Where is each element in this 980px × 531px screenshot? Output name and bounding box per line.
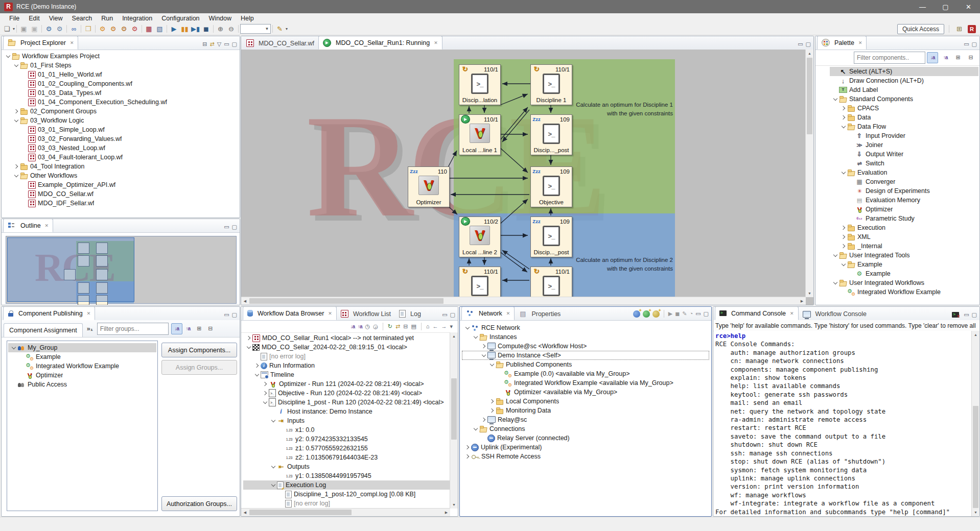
expand-arrow-icon[interactable] — [13, 165, 20, 168]
tree-item[interactable]: Data — [830, 113, 978, 122]
menu-help[interactable]: Help — [236, 13, 259, 23]
tree-item[interactable]: Design of Experiments — [830, 186, 978, 196]
run-workflow-icon[interactable] — [169, 24, 179, 34]
assign-components-button[interactable]: Assign Components... — [161, 343, 237, 357]
timeout-settings-icon[interactable] — [690, 311, 693, 317]
expand-arrow-icon[interactable] — [253, 374, 261, 376]
tree-item[interactable]: Data Flow — [830, 122, 978, 131]
workflow-node[interactable]: 109Objective — [530, 166, 572, 207]
scroll-right-icon[interactable] — [798, 297, 806, 305]
integration-preferences-icon[interactable] — [54, 24, 65, 34]
add-ssh-connection-icon[interactable] — [652, 310, 660, 318]
expand-arrow-icon[interactable] — [262, 402, 269, 403]
workflow-node[interactable]: 110Optimizer — [408, 166, 450, 207]
scroll-down-icon[interactable] — [806, 289, 813, 297]
menu-view[interactable]: View — [44, 13, 67, 23]
tree-item[interactable]: Relay@sc — [462, 415, 709, 424]
menu-run[interactable]: Run — [97, 13, 118, 23]
maximize-view-icon[interactable] — [972, 41, 977, 47]
sort-descending-button[interactable] — [182, 323, 194, 334]
expand-arrow-icon[interactable] — [5, 56, 12, 57]
sort-name-asc-icon[interactable] — [350, 324, 355, 329]
sort-ascending-button[interactable] — [171, 323, 182, 334]
tree-item[interactable]: 01_First Steps — [3, 61, 239, 70]
refresh-icon[interactable] — [388, 324, 392, 329]
tree-item[interactable]: Switch — [830, 159, 978, 168]
maximize-window-button[interactable] — [934, 0, 957, 13]
maximize-view-icon[interactable] — [806, 41, 811, 47]
tab-network[interactable]: Network — [461, 306, 515, 320]
annotate-dropdown-icon[interactable] — [286, 27, 288, 31]
menu-search[interactable]: Search — [67, 13, 97, 23]
canvas-horizontal-scrollbar[interactable] — [241, 297, 806, 305]
tab-workflow-list[interactable]: Workflow List — [337, 307, 395, 320]
expand-arrow-icon[interactable] — [270, 485, 277, 486]
zoom-in-icon[interactable] — [215, 24, 226, 34]
tree-item[interactable]: Instances — [462, 332, 709, 342]
tree-item[interactable]: Optimizer <available via My_Group> — [462, 388, 709, 397]
menu-configuration[interactable]: Configuration — [157, 13, 204, 23]
tree-item[interactable]: MDO_CO_Sellar.wf — [3, 189, 239, 199]
start-connection-icon[interactable] — [668, 311, 672, 317]
view-menu-icon[interactable] — [450, 324, 453, 329]
stop-workflow-icon[interactable] — [201, 24, 212, 34]
table-view-icon[interactable] — [411, 324, 416, 329]
save-all-icon[interactable] — [29, 24, 40, 34]
preferences-icon[interactable] — [43, 24, 54, 34]
annotate-icon[interactable] — [274, 24, 285, 34]
view-menu-icon[interactable] — [217, 41, 221, 47]
tree-item[interactable]: 03_01_Simple_Loop.wf — [3, 125, 239, 134]
scrollbar-thumb[interactable] — [973, 406, 978, 508]
workflow-execution-icon[interactable] — [144, 24, 154, 34]
workflow-node[interactable]: 110/2Local ...line 2 — [459, 216, 501, 257]
expand-arrow-icon[interactable] — [488, 400, 496, 403]
scrollbar-thumb[interactable] — [451, 378, 457, 440]
menu-file[interactable]: File — [5, 13, 24, 23]
tree-item[interactable]: y2: 0.9724235332133545 — [243, 435, 450, 444]
tree-item[interactable]: Compute@sc <Workflow Host> — [462, 342, 709, 351]
expand-arrow-icon[interactable] — [253, 364, 261, 367]
tab-editor-mdo-co-sellar[interactable]: MDO_CO_Sellar.wf — [242, 37, 318, 50]
scroll-down-icon[interactable] — [450, 501, 458, 509]
workflow-node[interactable]: 110/1Local ...line 1 — [459, 114, 501, 155]
tree-item[interactable]: 03_03_Nested_Loop.wf — [3, 143, 239, 153]
tree-item[interactable]: z1: 0.5770555922632155 — [243, 444, 450, 453]
tab-editor-run1-running[interactable]: MDO_CO_Sellar_Run1: Running — [318, 36, 442, 50]
authorization-groups-button[interactable]: Authorization Groups... — [161, 496, 237, 511]
save-icon[interactable] — [18, 24, 29, 34]
expand-arrow-icon[interactable] — [245, 336, 252, 340]
expand-arrow-icon[interactable] — [270, 466, 277, 468]
collapse-all-icon[interactable] — [403, 324, 408, 329]
tree-item[interactable]: 01_03_Data_Types.wf — [3, 88, 239, 98]
expand-arrow-icon[interactable] — [13, 65, 20, 66]
minimize-view-icon[interactable] — [224, 224, 229, 230]
tree-item[interactable]: Workflow Examples Project — [3, 52, 239, 61]
expand-arrow-icon[interactable] — [262, 382, 269, 385]
clear-console-icon[interactable] — [952, 312, 959, 318]
tree-item[interactable]: [no error log] — [243, 352, 450, 361]
expand-arrow-icon[interactable] — [840, 107, 847, 110]
tree-item[interactable]: MDO_CO_Sellar_2024-02-22_08:19:15_01 <lo… — [243, 343, 450, 352]
tree-item[interactable]: z2: 1.013506791644034E-23 — [243, 453, 450, 462]
scroll-left-icon[interactable] — [241, 509, 249, 516]
maximize-view-icon[interactable] — [232, 312, 237, 318]
expand-arrow-icon[interactable] — [464, 446, 471, 449]
new-workflow-icon[interactable] — [2, 24, 12, 34]
close-icon[interactable] — [790, 311, 794, 316]
tab-workflow-console[interactable]: Workflow Console — [799, 307, 871, 320]
expand-arrow-icon[interactable] — [480, 345, 487, 348]
tree-item[interactable]: User Integrated Tools — [830, 251, 978, 260]
tree-item[interactable]: Draw Connection (ALT+D) — [830, 76, 978, 85]
tree-item[interactable]: Example_Optimizer_API.wf — [3, 180, 239, 189]
maximize-view-icon[interactable] — [704, 311, 709, 317]
tree-item[interactable]: Objective - Run 120 (2024-02-22 08:21:49… — [243, 389, 450, 398]
quick-access-button[interactable]: Quick Access — [897, 24, 944, 34]
forward-icon[interactable] — [441, 324, 447, 329]
annotation-discipline-2[interactable]: Calculate an optimum for Discipline 2 wi… — [548, 256, 673, 273]
minimize-view-icon[interactable] — [224, 312, 229, 318]
close-window-button[interactable] — [957, 0, 980, 13]
tree-item[interactable]: Monitoring Data — [462, 406, 709, 415]
tree-item[interactable]: 03_Workflow Logic — [3, 116, 239, 125]
annotation-discipline-1[interactable]: Calculate an optimum for Discipline 1 wi… — [548, 101, 673, 117]
minimap-viewport[interactable] — [7, 237, 134, 302]
